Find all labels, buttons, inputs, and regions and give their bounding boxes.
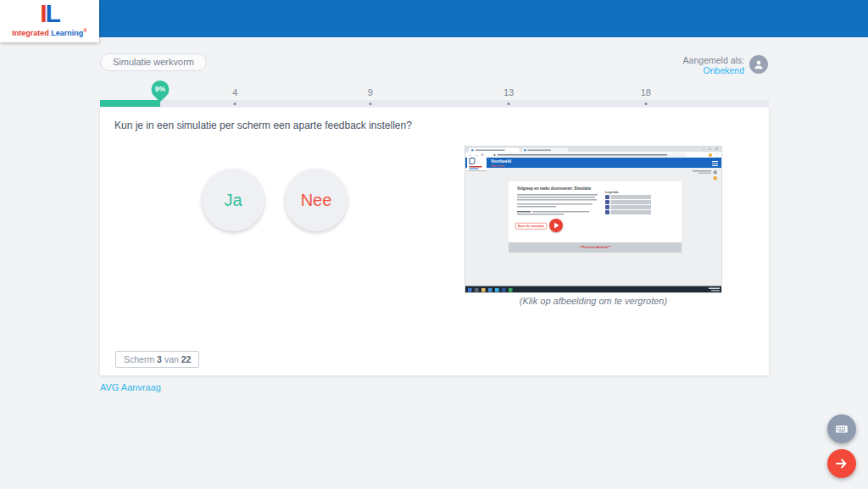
answer-ja-button[interactable]: Ja bbox=[202, 169, 264, 231]
mini-start-icon bbox=[468, 288, 472, 292]
mini-page-body: Volgreep en reeks doorvoeren: Simulatie … bbox=[465, 168, 722, 286]
answer-nee-button[interactable]: Nee bbox=[285, 169, 348, 231]
company-logo: IL Integrated Learning® bbox=[0, 0, 99, 42]
mini-preview-banner: **Preview Module** bbox=[509, 242, 682, 253]
avg-request-link[interactable]: AVG Aanvraag bbox=[100, 382, 161, 392]
category-pill[interactable]: Simulatie werkvorm bbox=[100, 53, 207, 71]
mini-site-subtitle: Simulatie bbox=[491, 164, 504, 168]
person-icon bbox=[753, 58, 765, 70]
mini-site-logo bbox=[467, 156, 487, 170]
question-card: Kun je in een simulatie per scherm een a… bbox=[100, 108, 769, 375]
signed-in-block: Aangemeld als: Onbekend bbox=[643, 55, 744, 75]
mini-url-field bbox=[492, 153, 687, 158]
progress-marker-dot bbox=[644, 103, 647, 105]
question-text: Kun je in een simulatie per scherm een a… bbox=[114, 119, 412, 131]
next-screen-button[interactable] bbox=[827, 449, 856, 478]
example-image-thumbnail[interactable]: – □ ✕ ← → ⟳ ⋮ Voorbeeld Simulatie bbox=[465, 146, 722, 293]
mini-hamburger-icon bbox=[712, 161, 718, 168]
progress-marker-label: 9 bbox=[368, 87, 373, 97]
user-avatar[interactable] bbox=[749, 55, 768, 74]
mini-content-card: Volgreep en reeks doorvoeren: Simulatie … bbox=[509, 181, 682, 242]
mini-browser: – □ ✕ ← → ⟳ ⋮ Voorbeeld Simulatie bbox=[465, 147, 722, 293]
logo-wordmark: Integrated Learning® bbox=[0, 26, 99, 37]
mini-menu-dots: ⋮ bbox=[715, 153, 719, 157]
mini-card-heading: Volgreep en reeks doorvoeren: Simulatie bbox=[517, 186, 591, 191]
mini-legend-title: Legenda bbox=[605, 190, 656, 194]
mini-url-text-bar bbox=[498, 154, 667, 155]
logo-monogram: IL bbox=[0, 1, 99, 26]
mini-legend: Legenda bbox=[605, 190, 656, 215]
progress-marker-label: 4 bbox=[232, 87, 237, 97]
mini-windows-taskbar bbox=[465, 286, 722, 294]
keyboard-toggle-button[interactable] bbox=[827, 414, 856, 443]
progress-bar: 9% 491318 bbox=[100, 100, 769, 107]
mini-tab-title-bar bbox=[528, 149, 552, 151]
screen-counter: Scherm 3 van 22 bbox=[115, 351, 199, 368]
mini-logo-text-bar bbox=[470, 169, 479, 169]
image-caption: (Klik op afbeelding om te vergroten) bbox=[465, 296, 722, 306]
mini-logo-text-bar bbox=[470, 166, 482, 168]
mini-favicon bbox=[471, 149, 474, 152]
signed-in-user-link[interactable]: Onbekend bbox=[643, 65, 744, 75]
progress-marker-dot bbox=[369, 103, 371, 105]
mini-clock bbox=[709, 288, 720, 289]
mini-window-controls: – □ ✕ bbox=[703, 147, 720, 152]
progress-fill bbox=[100, 100, 160, 107]
progress-marker-dot bbox=[234, 103, 236, 105]
app-header bbox=[0, 0, 868, 37]
mini-play-button bbox=[549, 219, 563, 232]
mini-start-simulation-button: Start de simulatie bbox=[515, 223, 547, 230]
mini-notification-badge bbox=[714, 176, 718, 181]
signed-in-label: Aangemeld als: bbox=[643, 55, 744, 65]
progress-marker-dot bbox=[508, 103, 510, 105]
progress-badge: 9% bbox=[147, 77, 173, 103]
mini-user-avatar bbox=[714, 170, 718, 175]
keyboard-icon bbox=[834, 421, 849, 436]
progress-track bbox=[100, 100, 769, 107]
progress-marker-label: 18 bbox=[641, 87, 651, 97]
mini-lock-icon bbox=[494, 154, 496, 156]
arrow-right-icon bbox=[834, 456, 849, 471]
mini-favicon bbox=[524, 149, 526, 152]
mini-tab-title-bar bbox=[476, 149, 505, 151]
mini-crest-icon bbox=[470, 158, 476, 164]
mini-site-header: Voorbeeld Simulatie bbox=[465, 158, 722, 168]
progress-marker-label: 13 bbox=[504, 87, 514, 97]
mini-profile-icon bbox=[709, 153, 712, 157]
